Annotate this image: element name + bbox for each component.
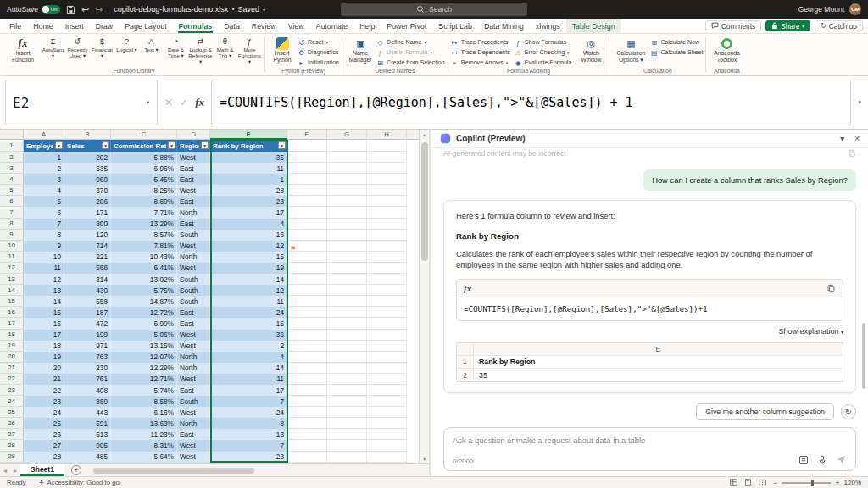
cell-A20[interactable]: 19 <box>24 352 64 363</box>
cell-D23[interactable]: East <box>177 385 210 396</box>
cell-G25[interactable] <box>327 407 367 418</box>
cell-E11[interactable]: 15 <box>210 252 287 263</box>
cell-F11[interactable] <box>287 252 327 263</box>
row-header-24[interactable]: 24 <box>0 396 24 407</box>
col-header-B[interactable]: B <box>64 130 111 140</box>
cell-C28[interactable]: 8.31% <box>111 440 177 451</box>
cell-G26[interactable] <box>327 418 367 429</box>
cell-D10[interactable]: West <box>177 241 210 252</box>
cell-B21[interactable]: 230 <box>64 363 111 374</box>
row-header-23[interactable]: 23 <box>0 385 24 396</box>
copy-icon[interactable] <box>848 149 856 158</box>
cell-C15[interactable]: 14.87% <box>111 296 177 307</box>
cell-B14[interactable]: 430 <box>64 285 111 296</box>
cell-C4[interactable]: 5.45% <box>111 174 177 185</box>
cell-D12[interactable]: West <box>177 263 210 274</box>
cell-F29[interactable] <box>287 452 327 463</box>
expand-formula-bar-icon[interactable]: ▾ <box>856 99 863 106</box>
cell-C5[interactable]: 8.25% <box>111 185 177 196</box>
document-title[interactable]: copilot-debug-formulas-demo.xlsx • Saved… <box>114 5 265 14</box>
cell-D4[interactable]: East <box>177 174 210 185</box>
table-header-region[interactable]: Region▾ <box>177 140 210 152</box>
anaconda-toolbox-button[interactable]: Anaconda Toolbox <box>709 35 744 63</box>
table-header-sales[interactable]: Sales▾ <box>64 140 111 152</box>
row-header-29[interactable]: 29 <box>0 452 24 463</box>
cell-D28[interactable]: West <box>177 440 210 451</box>
cell-E7[interactable]: 17 <box>210 207 287 218</box>
cell-B28[interactable]: 905 <box>64 440 111 451</box>
cell-B11[interactable]: 221 <box>64 252 111 263</box>
cell-H27[interactable] <box>367 429 407 440</box>
cell-B10[interactable]: 714 <box>64 241 111 252</box>
cell-F20[interactable] <box>287 352 327 363</box>
cell-D3[interactable]: East <box>177 163 210 174</box>
save-icon[interactable] <box>66 5 75 14</box>
cell-H23[interactable] <box>367 385 407 396</box>
ribbon-tab-formulas[interactable]: Formulas <box>173 19 219 33</box>
cell-A15[interactable]: 14 <box>24 296 64 307</box>
filter-icon[interactable]: ▾ <box>201 141 209 149</box>
evaluate-formula-button[interactable]: ◉Evaluate Formula <box>515 58 572 67</box>
cell-E4[interactable]: 1 <box>210 174 287 185</box>
error-checking-button[interactable]: ⚠Error Checking▾ <box>515 48 572 57</box>
cell-H7[interactable] <box>367 207 407 218</box>
cell-A3[interactable]: 2 <box>24 163 64 174</box>
row-header-6[interactable]: 6 <box>0 196 24 207</box>
cell-A27[interactable]: 26 <box>24 429 64 440</box>
cell-E16[interactable]: 24 <box>210 307 287 318</box>
text-button[interactable]: AText ▾ <box>139 35 164 64</box>
cell-D11[interactable]: North <box>177 252 210 263</box>
use-in-formula-button[interactable]: ƒUse in Formula▾ <box>376 48 445 57</box>
cell-D29[interactable]: West <box>177 452 210 463</box>
col-header-D[interactable]: D <box>177 130 210 140</box>
cell-E19[interactable]: 2 <box>210 341 287 352</box>
confirm-formula-icon[interactable]: ✓ <box>180 97 188 108</box>
cell-H21[interactable] <box>367 363 407 374</box>
cell-H24[interactable] <box>367 396 407 407</box>
search-input[interactable]: Search <box>341 3 527 16</box>
cell-F1[interactable] <box>287 140 327 152</box>
cell-B17[interactable]: 472 <box>64 318 111 329</box>
filter-icon[interactable]: ▾ <box>168 141 175 149</box>
ribbon-tab-insert[interactable]: Insert <box>59 19 90 33</box>
cell-H15[interactable] <box>367 296 407 307</box>
cell-G18[interactable] <box>327 330 367 341</box>
cell-F12[interactable] <box>287 263 327 274</box>
row-header-15[interactable]: 15 <box>0 296 24 307</box>
math-trig-button[interactable]: θMath & Trig ▾ <box>213 35 237 64</box>
cell-G11[interactable] <box>327 252 367 263</box>
cell-G20[interactable] <box>327 352 367 363</box>
cell-H17[interactable] <box>367 318 407 329</box>
cell-D27[interactable]: East <box>177 429 210 440</box>
cell-F4[interactable] <box>287 174 327 185</box>
cell-G16[interactable] <box>327 307 367 318</box>
create-from-selection-button[interactable]: ⊞Create from Selection <box>376 58 445 67</box>
zoom-slider[interactable] <box>782 482 831 484</box>
row-header-14[interactable]: 14 <box>0 285 24 296</box>
cell-H13[interactable] <box>367 274 407 285</box>
cell-B19[interactable]: 971 <box>64 341 111 352</box>
cell-D5[interactable]: West <box>177 185 210 196</box>
cell-G28[interactable] <box>327 440 367 451</box>
cell-E18[interactable]: 36 <box>210 330 287 341</box>
ribbon-tab-help[interactable]: Help <box>353 19 381 33</box>
cell-C17[interactable]: 6.99% <box>111 318 177 329</box>
cell-A14[interactable]: 13 <box>24 285 64 296</box>
recently-used-button[interactable]: ↺Recently Used ▾ <box>65 35 90 64</box>
send-icon[interactable] <box>836 454 847 465</box>
cell-F16[interactable] <box>287 307 327 318</box>
vertical-scroll-thumb[interactable] <box>421 142 428 261</box>
cell-H25[interactable] <box>367 407 407 418</box>
insert-function-button[interactable]: fx Insert Function <box>6 35 40 63</box>
cell-H3[interactable] <box>367 163 407 174</box>
catch-up-button[interactable]: ↻ Catch up <box>815 20 863 31</box>
cell-A19[interactable]: 18 <box>24 341 64 352</box>
cell-F10[interactable] <box>287 241 327 252</box>
cell-B15[interactable]: 558 <box>64 296 111 307</box>
cell-C20[interactable]: 12.07% <box>111 352 177 363</box>
cell-A26[interactable]: 25 <box>24 418 64 429</box>
cell-G17[interactable] <box>327 318 367 329</box>
filter-icon[interactable]: ▾ <box>102 141 109 149</box>
cell-A2[interactable]: 1 <box>24 152 64 163</box>
cell-D20[interactable]: North <box>177 352 210 363</box>
